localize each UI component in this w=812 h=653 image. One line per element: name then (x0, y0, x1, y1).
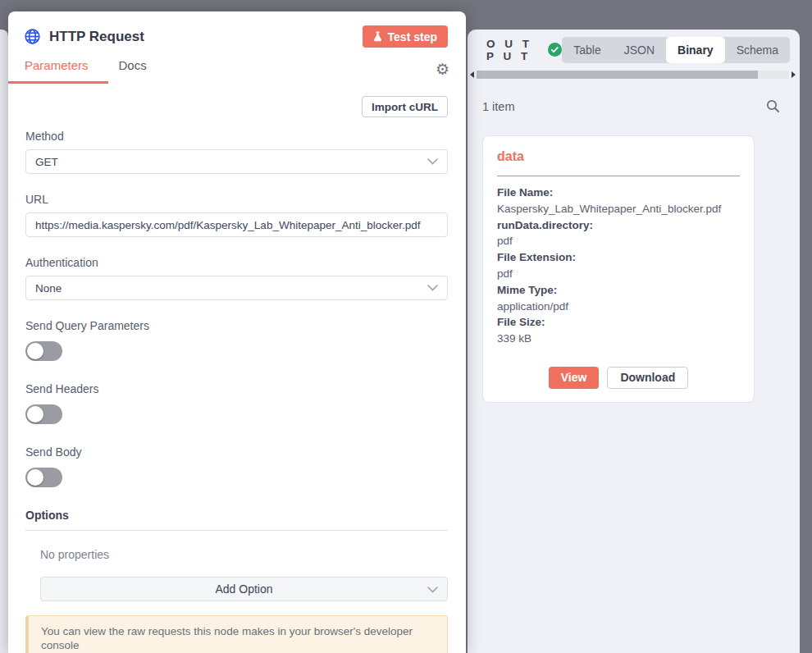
field-label: Send Headers (25, 382, 448, 395)
tab-docs[interactable]: Docs (119, 58, 147, 84)
binary-field-value: application/pdf (497, 299, 740, 315)
node-tabs: Parameters Docs ⚙ (8, 58, 466, 84)
tab-parameters[interactable]: Parameters (25, 58, 89, 84)
field-authentication: Authentication None (25, 256, 448, 300)
field-label: Send Body (25, 445, 448, 459)
method-select[interactable]: GET (25, 149, 448, 174)
binary-field-value: 339 kB (497, 331, 740, 347)
binary-key-title: data (497, 149, 740, 164)
flask-icon (373, 31, 382, 42)
add-option-label: Add Option (215, 582, 272, 596)
binary-field-value: Kaspersky_Lab_Whitepaper_Anti_blocker.pd… (497, 201, 740, 217)
binary-field-value: pdf (497, 233, 740, 249)
output-panel: O U T P U T Table JSON Binary Schema 1 i… (468, 30, 800, 653)
tab-binary[interactable]: Binary (666, 37, 725, 63)
authentication-value: None (35, 282, 62, 295)
url-input[interactable]: https://media.kaspersky.com/pdf/Kaspersk… (25, 212, 448, 237)
add-option-select[interactable]: Add Option (40, 577, 448, 601)
horizontal-scrollbar (468, 70, 800, 80)
chevron-down-icon (427, 158, 438, 165)
output-meta-row: 1 item (468, 99, 800, 113)
input-panel-edge (0, 30, 8, 653)
tab-json[interactable]: JSON (613, 37, 666, 63)
output-header: O U T P U T Table JSON Binary Schema (468, 30, 800, 70)
chevron-down-icon (427, 285, 438, 291)
send-query-parameters-toggle[interactable] (25, 341, 62, 361)
toggle-knob (27, 343, 43, 359)
binary-field-label: File Extension: (497, 249, 740, 266)
toggle-knob (27, 469, 43, 486)
binary-field-label: File Name: (497, 185, 740, 201)
url-value: https://media.kaspersky.com/pdf/Kaspersk… (35, 219, 421, 231)
node-title: HTTP Request (49, 29, 363, 45)
view-button[interactable]: View (549, 367, 600, 389)
field-label: Method (25, 130, 448, 143)
binary-field-label: Mime Type: (497, 282, 740, 299)
field-send-headers: Send Headers (25, 382, 448, 424)
authentication-select[interactable]: None (25, 276, 448, 300)
field-send-query-parameters: Send Query Parameters (25, 319, 448, 361)
active-tab-underline (8, 81, 108, 84)
send-body-toggle[interactable] (25, 468, 62, 487)
field-method: Method GET (25, 130, 448, 174)
scrollbar-track[interactable] (477, 71, 789, 79)
test-step-button[interactable]: Test step (363, 25, 448, 48)
scroll-right-arrow-icon[interactable] (791, 71, 796, 78)
node-header: HTTP Request Test step (8, 11, 466, 48)
test-step-label: Test step (388, 30, 437, 43)
binary-card-divider (497, 176, 740, 176)
tab-schema[interactable]: Schema (725, 37, 790, 63)
success-check-icon (548, 43, 562, 57)
parameters-body: Import cURL Method GET URL https://media… (8, 84, 466, 653)
binary-data-card: data File Name: Kaspersky_Lab_Whitepaper… (482, 135, 755, 403)
binary-field-label: runData.directory: (497, 217, 740, 234)
download-button[interactable]: Download (607, 367, 688, 389)
binary-card-actions: View Download (497, 367, 740, 389)
developer-console-notice: You can view the raw requests this node … (25, 615, 448, 653)
field-send-body: Send Body (25, 445, 448, 487)
scroll-left-arrow-icon[interactable] (470, 71, 474, 78)
binary-field-value: pdf (497, 266, 740, 282)
http-request-node-icon (25, 29, 40, 44)
scrollbar-thumb[interactable] (477, 71, 758, 79)
binary-field-label: File Size: (497, 314, 740, 331)
options-empty-text: No properties (40, 548, 448, 561)
node-settings-panel: HTTP Request Test step Parameters Docs ⚙… (8, 11, 466, 653)
send-headers-toggle[interactable] (25, 404, 62, 424)
field-label: Send Query Parameters (25, 319, 448, 332)
ndv-overlay: O U T P U T Table JSON Binary Schema 1 i… (0, 0, 812, 653)
gear-icon[interactable]: ⚙ (436, 62, 449, 84)
method-value: GET (35, 156, 58, 168)
items-count: 1 item (482, 100, 515, 113)
search-icon[interactable] (766, 99, 780, 113)
field-label: URL (25, 193, 448, 206)
chevron-down-icon (427, 587, 438, 593)
field-url: URL https://media.kaspersky.com/pdf/Kasp… (25, 193, 448, 237)
toggle-knob (27, 406, 43, 422)
options-heading: Options (25, 509, 448, 531)
output-view-switcher: Table JSON Binary Schema (562, 37, 790, 63)
tab-table[interactable]: Table (562, 37, 612, 63)
import-curl-button[interactable]: Import cURL (362, 96, 448, 117)
field-label: Authentication (25, 256, 448, 269)
output-title: O U T P U T (486, 38, 541, 62)
